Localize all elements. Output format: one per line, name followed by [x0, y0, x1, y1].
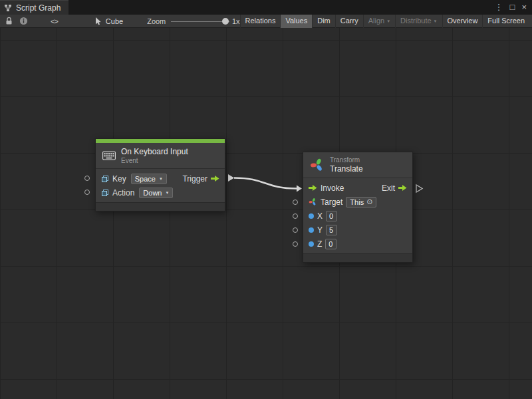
- value-port-icon: [309, 227, 314, 233]
- toolbar-button-values[interactable]: Values: [280, 15, 312, 28]
- toolbar-button-carry[interactable]: Carry: [335, 15, 363, 28]
- action-dropdown[interactable]: Down▼: [139, 188, 173, 198]
- port-x-input[interactable]: [293, 213, 298, 219]
- graph-target-label: Cube: [106, 17, 123, 25]
- connection-arrowhead-icon: [297, 186, 302, 192]
- x-row: X 0: [303, 209, 412, 223]
- tab-title: Script Graph: [16, 3, 61, 13]
- node-on-keyboard-input[interactable]: On Keyboard Input Event Key Space▼ Trigg…: [95, 138, 225, 211]
- toolbar-button-dim[interactable]: Dim: [312, 15, 335, 28]
- y-value-field[interactable]: 5: [326, 225, 337, 235]
- port-action-input[interactable]: [84, 190, 90, 195]
- window-menu-icon[interactable]: ⋮: [495, 0, 503, 15]
- toolbar-buttons: Relations Values Dim Carry Align▼ Distri…: [240, 15, 529, 28]
- x-value-field[interactable]: 0: [326, 211, 337, 221]
- invoke-label: Invoke: [321, 184, 344, 193]
- target-object-field[interactable]: This⊙: [346, 197, 376, 207]
- target-row: Target This⊙: [303, 195, 412, 209]
- key-dropdown[interactable]: Space▼: [131, 174, 167, 184]
- port-key-input[interactable]: [84, 176, 90, 181]
- maximize-icon[interactable]: □: [510, 0, 515, 15]
- trigger-output-port[interactable]: [211, 175, 219, 182]
- zoom-label: Zoom: [147, 17, 166, 25]
- z-label: Z: [317, 239, 322, 249]
- chevron-down-icon: ▼: [165, 191, 169, 195]
- graph-canvas[interactable]: On Keyboard Input Event Key Space▼ Trigg…: [0, 28, 532, 399]
- node-title: Translate: [330, 164, 363, 174]
- node-category: Transform: [330, 156, 363, 164]
- key-label: Key: [112, 174, 126, 184]
- toolbar-button-align: Align▼: [363, 15, 395, 28]
- node-title: On Keyboard Input: [121, 147, 188, 156]
- z-value-field[interactable]: 0: [325, 239, 336, 249]
- exit-output-port[interactable]: [398, 184, 407, 192]
- toolbar-button-overview[interactable]: Overview: [442, 15, 483, 28]
- info-icon[interactable]: [19, 17, 28, 25]
- connection-layer: [0, 28, 532, 399]
- chevron-down-icon: ▼: [159, 177, 163, 181]
- node-footer: [96, 202, 225, 211]
- zoom-slider-track: [171, 21, 229, 22]
- node-footer: [303, 253, 412, 262]
- cursor-icon: [95, 17, 102, 25]
- node-translate[interactable]: Transform Translate Invoke Exit: [303, 152, 413, 263]
- value-port-icon: [309, 213, 314, 219]
- y-label: Y: [317, 225, 323, 235]
- value-port-icon: [309, 241, 314, 247]
- window-controls: ⋮ □ ×: [495, 0, 532, 15]
- port-target-input[interactable]: [293, 200, 298, 205]
- exit-connection-point[interactable]: [416, 185, 422, 192]
- exit-label: Exit: [382, 184, 395, 193]
- toolbar-button-fullscreen[interactable]: Full Screen: [482, 15, 529, 28]
- key-row: Key Space▼ Trigger: [96, 172, 225, 186]
- title-bar: Script Graph ⋮ □ ×: [0, 0, 532, 15]
- close-icon[interactable]: ×: [521, 0, 527, 15]
- keyboard-icon: [102, 151, 116, 160]
- node-body: Invoke Exit Target This⊙ X 0: [303, 178, 412, 253]
- trigger-connection-point[interactable]: [228, 174, 234, 182]
- port-y-input[interactable]: [293, 227, 298, 233]
- x-label: X: [317, 211, 323, 221]
- node-header[interactable]: Transform Translate: [303, 152, 412, 178]
- action-row: Action Down▼: [96, 186, 225, 200]
- node-header[interactable]: On Keyboard Input Event: [96, 143, 225, 168]
- script-graph-icon: [4, 4, 12, 12]
- y-row: Y 5: [303, 223, 412, 237]
- zoom-slider-knob[interactable]: [222, 18, 229, 25]
- code-icon[interactable]: <>: [51, 17, 58, 25]
- chevron-down-icon: ▼: [386, 19, 390, 23]
- invoke-row: Invoke Exit: [303, 181, 412, 195]
- toolbar-button-distribute: Distribute▼: [395, 15, 442, 28]
- toolbar-button-relations[interactable]: Relations: [240, 15, 281, 28]
- trigger-label: Trigger: [182, 174, 207, 184]
- action-type-icon: [101, 189, 109, 197]
- z-row: Z 0: [303, 237, 412, 251]
- target-label: Target: [321, 198, 342, 207]
- graph-toolbar: <> Cube Zoom 1x Relations Values Dim Car…: [0, 15, 532, 28]
- chevron-down-icon: ▼: [434, 19, 438, 23]
- zoom-value: 1x: [232, 17, 240, 25]
- transform-type-icon: [309, 198, 317, 206]
- connection-trigger-to-invoke[interactable]: [234, 178, 297, 189]
- node-subtitle: Event: [121, 157, 188, 164]
- object-picker-icon[interactable]: ⊙: [366, 198, 372, 205]
- port-z-input[interactable]: [293, 241, 298, 247]
- lock-icon[interactable]: [5, 17, 13, 25]
- graph-target: Cube: [95, 17, 123, 25]
- zoom-slider[interactable]: [171, 15, 227, 28]
- action-label: Action: [112, 188, 134, 198]
- invoke-input-port[interactable]: [309, 184, 317, 192]
- tab-script-graph[interactable]: Script Graph: [0, 0, 68, 15]
- keycode-type-icon: [101, 175, 109, 183]
- node-body: Key Space▼ Trigger Action Down▼: [96, 168, 225, 202]
- transform-icon: [310, 158, 325, 172]
